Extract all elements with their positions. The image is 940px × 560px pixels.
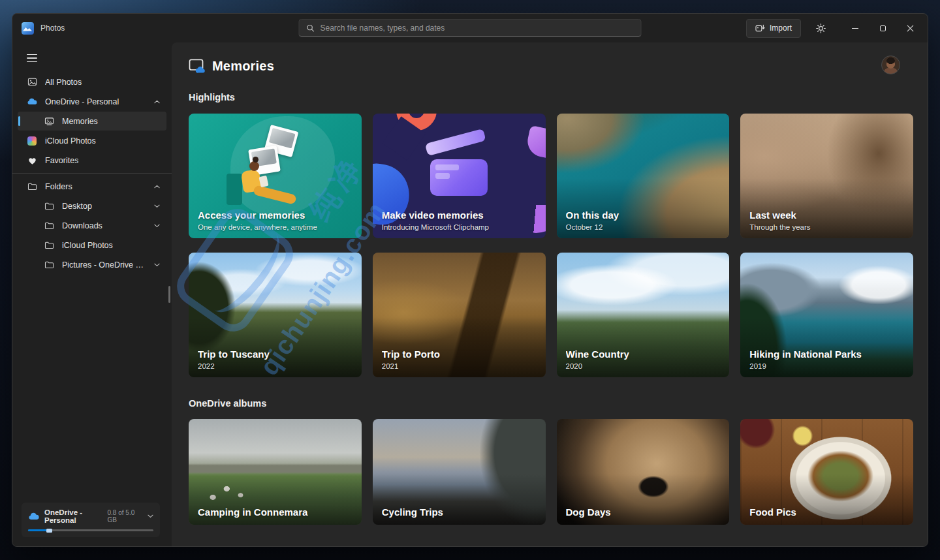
- onedrive-albums-grid: Camping in ConnemaraCycling TripsDog Day…: [189, 419, 913, 525]
- card-title: Trip to Tuscany: [198, 349, 354, 360]
- onedrive-storage-widget[interactable]: OneDrive - Personal 0.8 of 5.0 GB: [22, 503, 160, 537]
- sidebar: All PhotosOneDrive - PersonalMemoriesiCl…: [12, 42, 172, 547]
- sidebar-item-downloads[interactable]: Downloads: [18, 216, 166, 235]
- card-title: Cycling Trips: [382, 506, 538, 518]
- import-button[interactable]: Import: [746, 19, 801, 38]
- folder-icon: [44, 202, 54, 210]
- illustration-seat: [227, 174, 242, 205]
- chevron-down-icon[interactable]: [148, 514, 153, 518]
- memory-card-cycling-trips[interactable]: Cycling Trips: [373, 419, 546, 525]
- onedrive-cloud-icon: [27, 98, 37, 105]
- sidebar-item-label: Downloads: [62, 221, 102, 230]
- sidebar-item-all-photos[interactable]: All Photos: [18, 72, 166, 91]
- card-subtitle: Introducing Microsoft Clipchamp: [382, 223, 538, 231]
- card-label: Camping in Connemara: [198, 506, 354, 518]
- sidebar-item-favorites[interactable]: Favorites: [18, 151, 166, 170]
- storage-progress-fill: [28, 529, 48, 531]
- sidebar-nav: All PhotosOneDrive - PersonalMemoriesiCl…: [12, 72, 172, 274]
- sidebar-item-desktop[interactable]: Desktop: [18, 196, 166, 215]
- titlebar: Photos Import: [12, 14, 928, 42]
- card-title: Hiking in National Parks: [749, 349, 905, 360]
- folder-icon: [44, 241, 54, 249]
- clapperboard-icon: [430, 159, 488, 196]
- window-body: All PhotosOneDrive - PersonalMemoriesiCl…: [12, 42, 928, 547]
- card-title: Dog Days: [566, 506, 722, 518]
- card-subtitle: 2019: [749, 362, 905, 370]
- card-label: Dog Days: [566, 506, 722, 518]
- minimize-button[interactable]: [841, 18, 869, 39]
- memory-card-food-pics[interactable]: Food Pics: [740, 419, 913, 525]
- chevron-down-icon: [154, 263, 160, 267]
- memory-card-dog-days[interactable]: Dog Days: [557, 419, 730, 525]
- card-subtitle: 2020: [566, 362, 722, 370]
- sidebar-item-label: iCloud Photos: [45, 136, 96, 146]
- sidebar-item-icloud-photos[interactable]: iCloud Photos: [18, 131, 166, 150]
- heart-icon: [27, 156, 37, 165]
- memories-icon: [44, 117, 54, 126]
- memory-card-hiking-in-national-parks[interactable]: Hiking in National Parks2019: [740, 253, 913, 377]
- card-title: Wine Country: [566, 349, 722, 360]
- import-label: Import: [770, 23, 792, 33]
- memory-card-camping-in-connemara[interactable]: Camping in Connemara: [189, 419, 362, 525]
- search-input[interactable]: [321, 23, 634, 33]
- sidebar-item-label: All Photos: [45, 78, 82, 87]
- memory-card-trip-to-tuscany[interactable]: Trip to Tuscany2022: [189, 253, 362, 377]
- sidebar-item-pictures-onedrive-personal[interactable]: Pictures - OneDrive Personal: [18, 255, 166, 274]
- card-label: Trip to Tuscany2022: [198, 349, 354, 370]
- navigation-menu-button[interactable]: [20, 48, 44, 69]
- photos-app-window: Photos Import: [12, 13, 928, 547]
- section-heading-highlights: Highlights: [189, 92, 913, 102]
- card-label: Access your memoriesOne any device, anyw…: [198, 210, 354, 231]
- memory-card-wine-country[interactable]: Wine Country2020: [557, 253, 730, 377]
- card-subtitle: Through the years: [749, 223, 905, 231]
- memory-card-last-week[interactable]: Last weekThrough the years: [740, 114, 913, 238]
- card-label: Food Pics: [749, 506, 905, 518]
- chevron-up-icon: [154, 100, 160, 104]
- card-title: Camping in Connemara: [198, 506, 354, 518]
- chevron-up-icon: [154, 185, 160, 189]
- all-photos-icon: [27, 77, 37, 87]
- import-icon: [755, 24, 765, 33]
- sidebar-scrollbar-thumb[interactable]: [168, 286, 170, 303]
- sidebar-item-memories[interactable]: Memories: [18, 112, 166, 131]
- sidebar-item-onedrive-personal[interactable]: OneDrive - Personal: [18, 92, 166, 111]
- card-label: Cycling Trips: [382, 506, 538, 518]
- main-content: Memories Highlights Access your memories…: [172, 42, 928, 547]
- close-button[interactable]: [896, 18, 924, 39]
- hamburger-icon: [27, 54, 37, 55]
- chevron-down-icon: [154, 224, 160, 228]
- sidebar-item-folders[interactable]: Folders: [18, 177, 166, 196]
- card-label: Wine Country2020: [566, 349, 722, 370]
- decorative-purple-shape: [524, 125, 545, 159]
- page-title: Memories: [212, 59, 274, 74]
- folder-icon: [44, 260, 54, 269]
- search-icon: [306, 23, 315, 33]
- card-label: Hiking in National Parks2019: [749, 349, 905, 370]
- card-label: Last weekThrough the years: [749, 210, 905, 231]
- search-box[interactable]: [299, 19, 642, 37]
- sidebar-item-label: Folders: [45, 182, 72, 191]
- memory-card-access-your-memories[interactable]: Access your memoriesOne any device, anyw…: [189, 114, 362, 238]
- folder-icon: [44, 221, 54, 230]
- photos-app-icon: [22, 22, 34, 35]
- card-label: On this dayOctober 12: [566, 210, 722, 231]
- sidebar-item-label: OneDrive - Personal: [45, 97, 119, 106]
- maximize-button[interactable]: [869, 18, 896, 39]
- sidebar-item-icloud-photos[interactable]: iCloud Photos: [18, 236, 166, 255]
- settings-gear-button[interactable]: [807, 18, 834, 38]
- storage-account-label: OneDrive - Personal: [44, 508, 102, 524]
- storage-progress-bar: [28, 529, 153, 531]
- card-subtitle: 2021: [382, 362, 538, 370]
- card-label: Trip to Porto2021: [382, 349, 538, 370]
- card-subtitle: October 12: [566, 223, 722, 231]
- close-icon: [907, 25, 914, 32]
- window-controls: [841, 18, 924, 39]
- minimize-icon: [852, 28, 858, 29]
- memory-card-trip-to-porto[interactable]: Trip to Porto2021: [373, 253, 546, 377]
- clapperboard-top-icon: [425, 129, 486, 156]
- account-avatar[interactable]: [881, 55, 900, 74]
- memory-card-make-video-memories[interactable]: Make video memoriesIntroducing Microsoft…: [373, 114, 546, 238]
- sidebar-item-label: Memories: [62, 117, 98, 126]
- card-subtitle: 2022: [198, 362, 354, 370]
- memory-card-on-this-day[interactable]: On this dayOctober 12: [557, 114, 730, 238]
